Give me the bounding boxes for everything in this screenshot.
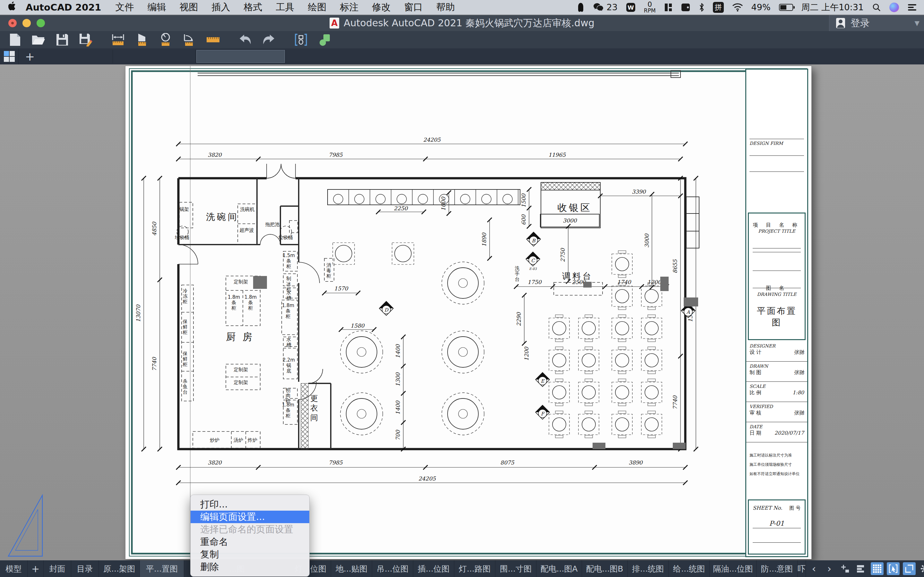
app-icon[interactable]	[577, 3, 585, 12]
layout-tab-地...贴图[interactable]: 地...贴图	[331, 560, 372, 577]
menu-bar-clock[interactable]: 周二 上午10:31	[801, 2, 864, 13]
active-drawing-tab[interactable]	[196, 50, 285, 63]
chevron-left-icon[interactable]: ‹	[808, 562, 820, 575]
wechat-icon[interactable]: 23	[593, 2, 617, 12]
layout-tab-排...统图[interactable]: 排...统图	[628, 560, 669, 577]
menu-修改[interactable]: 修改	[372, 2, 391, 13]
tab-separator	[113, 50, 113, 63]
control-center-icon[interactable]	[907, 3, 917, 11]
drawing-name: 平面布置图	[753, 305, 801, 328]
layout-tab-模型[interactable]: 模型	[0, 560, 27, 577]
undo-button[interactable]	[238, 33, 252, 47]
context-menu-item[interactable]: 打印...	[191, 498, 309, 511]
svg-text:超声波: 超声波	[240, 227, 254, 233]
menu-绘图[interactable]: 绘图	[308, 2, 326, 13]
gear-icon[interactable]	[919, 562, 924, 575]
ruler-button[interactable]	[206, 33, 220, 47]
input-method-icon[interactable]: 拼	[713, 2, 724, 13]
layout-tab-给...统图[interactable]: 给...统图	[669, 560, 710, 577]
layout-tab-平...置图[interactable]: 平...置图	[140, 560, 184, 577]
layout-tab-灯...路图[interactable]: 灯...路图	[454, 560, 495, 577]
context-menu-item: 选择已命名的页面设置	[191, 523, 309, 536]
open-folder-button[interactable]	[31, 33, 45, 47]
layers-icon[interactable]	[855, 562, 867, 575]
layout-tab-围...寸图[interactable]: 围...寸图	[495, 560, 536, 577]
svg-text:定制架: 定制架	[234, 279, 248, 285]
grid-icon[interactable]	[871, 562, 884, 575]
bluetooth-icon[interactable]	[699, 3, 704, 12]
context-menu-item[interactable]: 重命名	[191, 536, 309, 548]
svg-text:1400: 1400	[395, 344, 401, 358]
svg-text:水槽: 水槽	[286, 337, 291, 348]
svg-text:保鲜柜: 保鲜柜	[183, 319, 188, 335]
apple-icon[interactable]	[8, 1, 17, 13]
display-icon[interactable]	[681, 3, 690, 12]
layout-tab-配电...图A[interactable]: 配电...图A	[536, 560, 582, 577]
menu-文件[interactable]: 文件	[115, 2, 134, 13]
dim-angular-button[interactable]	[182, 33, 196, 47]
battery-icon[interactable]	[779, 4, 793, 11]
menu-编辑[interactable]: 编辑	[147, 2, 166, 13]
siri-icon[interactable]	[889, 3, 899, 12]
layout-tab-原...架图[interactable]: 原...架图	[99, 560, 140, 577]
minimize-button[interactable]	[23, 19, 31, 27]
spotlight-icon[interactable]	[872, 3, 881, 12]
svg-text:B: B	[531, 238, 535, 243]
svg-text:汤炉: 汤炉	[234, 437, 243, 443]
layout-tab-隔油...位图[interactable]: 隔油...位图	[710, 560, 756, 577]
layout-tab-防...意图[interactable]: 防...意图	[756, 560, 798, 577]
app-menus: 文件编辑视图插入格式工具绘图标注修改窗口帮助	[115, 1, 468, 14]
layout-tab-吊...位图[interactable]: 吊...位图	[372, 560, 413, 577]
bartender-icon[interactable]	[664, 3, 672, 12]
add-icon[interactable]	[838, 562, 851, 575]
context-menu-item[interactable]: 删除	[191, 561, 309, 573]
wps-icon[interactable]: W	[626, 3, 636, 12]
isolate-objects-button[interactable]	[294, 33, 308, 47]
context-menu-item[interactable]: 复制	[191, 548, 309, 561]
dim-radius-button[interactable]	[158, 33, 173, 47]
fan-rpm-indicator[interactable]: 0RPM	[644, 1, 656, 13]
context-menu-item[interactable]: 编辑页面设置...	[191, 511, 309, 523]
save-as-button[interactable]	[79, 33, 93, 47]
menu-视图[interactable]: 视图	[179, 2, 198, 13]
svg-text:1570: 1570	[334, 285, 348, 292]
drawing-tab-strip: +	[0, 48, 924, 64]
svg-text:1.8m条柜: 1.8m条柜	[244, 294, 257, 311]
menu-窗口[interactable]: 窗口	[404, 2, 423, 13]
redo-button[interactable]	[262, 33, 276, 47]
tab-overview-icon[interactable]	[0, 48, 19, 64]
svg-text:7740: 7740	[151, 357, 158, 371]
save-button[interactable]	[55, 33, 69, 47]
layout-tab-插...位图[interactable]: 插...位图	[413, 560, 454, 577]
svg-text:E-03: E-03	[529, 267, 537, 271]
svg-text:水槽: 水槽	[286, 290, 291, 301]
close-button[interactable]	[8, 19, 17, 27]
svg-text:炒炉: 炒炉	[210, 437, 220, 443]
svg-text:7985: 7985	[328, 152, 342, 158]
menu-帮助[interactable]: 帮助	[436, 2, 455, 13]
menu-格式[interactable]: 格式	[244, 2, 262, 13]
layout-tab-吓[interactable]: 吓	[798, 560, 806, 577]
dim-linear-button[interactable]	[111, 33, 125, 47]
wifi-icon[interactable]	[732, 3, 743, 11]
zoom-button[interactable]	[37, 19, 45, 27]
new-drawing-tab-button[interactable]: +	[19, 50, 41, 63]
layout-tab-目录[interactable]: 目录	[71, 560, 99, 577]
login-button[interactable]: 登录 ▼	[829, 15, 924, 31]
menu-插入[interactable]: 插入	[212, 2, 230, 13]
snap-cursor-icon[interactable]	[887, 562, 900, 575]
new-file-button[interactable]	[8, 33, 22, 47]
svg-text:保鲜柜: 保鲜柜	[183, 351, 188, 367]
svg-text:C: C	[531, 258, 535, 263]
viewport-icon[interactable]	[903, 562, 916, 575]
window-title-bar[interactable]: A Autodesk AutoCAD 2021 秦妈火锅武穴万达店审核.dwg …	[0, 15, 924, 31]
new-layout-button[interactable]: +	[27, 560, 44, 577]
layout-tab-封面[interactable]: 封面	[44, 560, 71, 577]
drawing-canvas[interactable]: 2420538207985119653390150060030003000275…	[0, 64, 924, 560]
layout-tab-配电...图B[interactable]: 配电...图B	[582, 560, 628, 577]
dim-aligned-button[interactable]	[135, 33, 149, 47]
menu-工具[interactable]: 工具	[276, 2, 294, 13]
group-button[interactable]	[318, 33, 332, 47]
menu-标注[interactable]: 标注	[340, 2, 359, 13]
chevron-right-icon[interactable]: ›	[823, 562, 835, 575]
